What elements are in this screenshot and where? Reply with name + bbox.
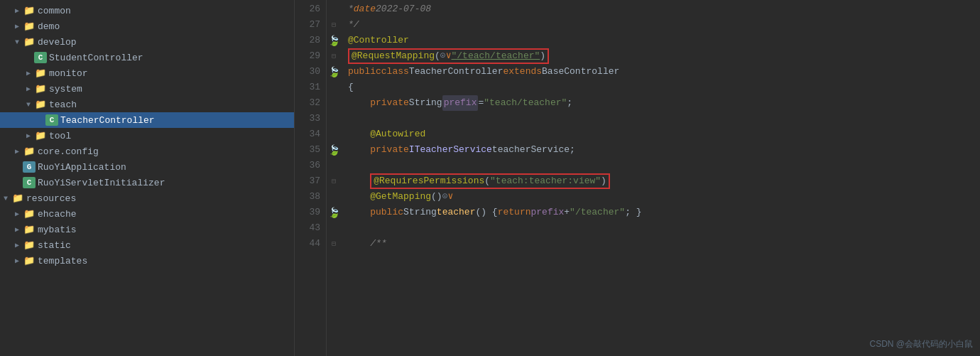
arrow-icon: ▼ [23, 101, 34, 109]
sidebar-item-templates[interactable]: ▶ 📁 templates [0, 253, 294, 269]
sidebar-item-label: templates [38, 256, 87, 266]
arrow-icon: ▼ [0, 195, 11, 203]
folder-icon: 📁 [23, 146, 36, 157]
arrow-icon: ▶ [11, 6, 23, 15]
sidebar-item-label: RuoYiServletInitializer [38, 178, 165, 188]
file-tree: ▶ 📁 common ▶ 📁 demo ▼ 📁 develop C Studen… [0, 0, 295, 356]
sidebar-item-core-config[interactable]: ▶ 📁 core.config [0, 144, 294, 159]
sidebar-item-static[interactable]: ▶ 📁 static [0, 237, 294, 253]
code-line-31: { [348, 80, 980, 95]
folder-icon: 📁 [34, 130, 47, 141]
line-numbers: 26 27 28 29 30 31 32 33 34 35 36 37 38 3… [295, 0, 327, 356]
folder-icon: 📁 [23, 255, 36, 266]
watermark: CSDN @会敲代码的小白鼠 [869, 338, 973, 350]
sidebar-item-label: monitor [49, 68, 88, 79]
folder-icon: 📁 [23, 5, 36, 16]
sidebar-item-label: mybatis [38, 225, 77, 235]
sidebar-item-label: RuoYiApplication [38, 162, 126, 173]
side-gutter: ⊟ 🍃 ⊟ 🍃 🍃 ⊟ 🍃 ⊟ [327, 0, 341, 356]
sidebar-item-label: common [38, 6, 71, 16]
arrow-icon: ▶ [11, 225, 23, 234]
sidebar-item-label: teach [49, 99, 77, 110]
sidebar-item-demo[interactable]: ▶ 📁 demo [0, 18, 294, 34]
sidebar-item-resources[interactable]: ▼ 📁 resources [0, 190, 294, 206]
folder-icon: 📁 [34, 83, 47, 95]
arrow-icon: ▶ [23, 69, 34, 77]
code-line-38: @GetMapping()⊙∨ [348, 189, 980, 205]
sidebar-item-label: static [38, 240, 71, 251]
sidebar-item-label: tool [49, 131, 71, 141]
arrow-icon: ▼ [11, 38, 23, 46]
code-area: 26 27 28 29 30 31 32 33 34 35 36 37 38 3… [295, 0, 980, 356]
class-icon: C [45, 114, 58, 126]
sidebar-item-teach[interactable]: ▼ 📁 teach [0, 97, 294, 112]
arrow-icon: ▶ [11, 22, 23, 31]
code-line-44: /** [348, 236, 980, 252]
sidebar-item-system[interactable]: ▶ 📁 system [0, 81, 294, 97]
folder-res-icon: 📁 [11, 193, 24, 204]
arrow-icon: ▶ [11, 210, 23, 218]
sidebar-item-tool[interactable]: ▶ 📁 tool [0, 128, 294, 144]
folder-icon: 📁 [23, 21, 36, 32]
sidebar-item-label: StudentController [49, 53, 143, 63]
code-line-36 [348, 158, 980, 173]
sidebar-item-label: develop [38, 37, 77, 48]
sidebar-item-mybatis[interactable]: ▶ 📁 mybatis [0, 222, 294, 237]
class-icon: C [23, 177, 36, 188]
code-line-43 [348, 220, 980, 236]
folder-icon: 📁 [34, 68, 47, 79]
sidebar-item-monitor[interactable]: ▶ 📁 monitor [0, 65, 294, 81]
sidebar-item-common[interactable]: ▶ 📁 common [0, 3, 294, 18]
sidebar-item-label: TeacherController [60, 115, 155, 126]
sidebar-item-ruoyi-application[interactable]: G RuoYiApplication [0, 159, 294, 175]
class-g-icon: G [23, 161, 36, 173]
arrow-icon: ▶ [11, 257, 23, 265]
code-line-39: public String teacher() { return prefix … [348, 205, 980, 220]
sidebar-item-ruoyi-servlet[interactable]: C RuoYiServletInitializer [0, 175, 294, 190]
sidebar-item-student-controller[interactable]: C StudentController [0, 50, 294, 65]
sidebar-item-teacher-controller[interactable]: C TeacherController [0, 112, 294, 128]
code-lines: * date 2022-07-08 */ @Controller @Reques… [341, 0, 980, 356]
code-line-26: * date 2022-07-08 [348, 1, 980, 17]
code-line-32: private String prefix = "teach/teacher"; [348, 95, 980, 111]
folder-icon: 📁 [23, 208, 36, 220]
code-line-33 [348, 111, 980, 126]
sidebar-item-develop[interactable]: ▼ 📁 develop [0, 34, 294, 50]
sidebar-item-label: core.config [38, 146, 99, 157]
folder-icon: 📁 [23, 224, 36, 235]
code-line-37: @RequiresPermissions("teach:teacher:view… [348, 173, 980, 189]
arrow-icon: ▶ [23, 85, 34, 93]
code-line-27: */ [348, 17, 980, 33]
sidebar-item-label: ehcache [38, 209, 77, 220]
folder-icon: 📁 [34, 99, 47, 110]
code-line-29: @RequestMapping(⊙∨"/teach/teacher") [348, 48, 980, 64]
sidebar-item-ehcache[interactable]: ▶ 📁 ehcache [0, 206, 294, 222]
arrow-icon: ▶ [11, 147, 23, 156]
sidebar-item-label: demo [38, 21, 60, 32]
code-line-30: public class TeacherController extends B… [348, 64, 980, 80]
sidebar-item-label: system [49, 84, 82, 95]
folder-icon: 📁 [23, 239, 36, 251]
class-icon: C [34, 52, 47, 63]
sidebar-item-label: resources [26, 193, 76, 204]
code-editor: 26 27 28 29 30 31 32 33 34 35 36 37 38 3… [295, 0, 980, 356]
arrow-icon: ▶ [23, 131, 34, 140]
folder-icon: 📁 [23, 36, 36, 48]
code-line-28: @Controller [348, 33, 980, 48]
code-line-35: private ITeacherService teacherService; [348, 142, 980, 158]
arrow-icon: ▶ [11, 241, 23, 249]
code-line-34: @Autowired [348, 126, 980, 142]
